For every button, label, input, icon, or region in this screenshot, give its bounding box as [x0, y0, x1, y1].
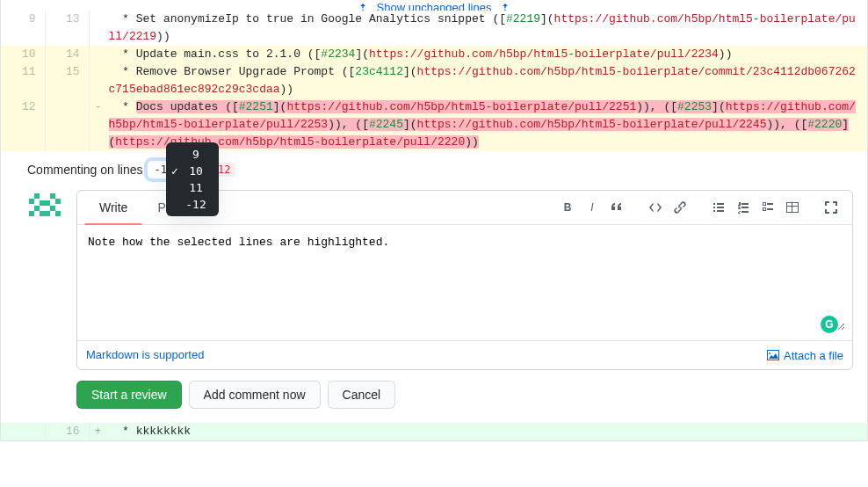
show-lines-label: Show unchanged lines: [377, 1, 492, 11]
old-line-number[interactable]: 12: [1, 98, 45, 151]
unfold-icon: [358, 4, 368, 11]
new-line-number[interactable]: 15: [45, 63, 89, 98]
italic-icon[interactable]: I: [582, 197, 603, 218]
show-unchanged-lines-button[interactable]: Show unchanged lines: [1, 0, 867, 11]
commenting-on-row: Commenting on lines -12 to -12 91011-12: [27, 160, 235, 179]
new-line-number[interactable]: 16: [45, 423, 89, 440]
diff-row: 1115 * Remove Browser Upgrade Prompt ([2…: [1, 63, 867, 98]
grammarly-icon[interactable]: G: [821, 316, 838, 333]
start-review-button[interactable]: Start a review: [76, 381, 182, 409]
code-line[interactable]: * Update main.css to 2.1.0 ([#2234](http…: [89, 46, 867, 63]
old-line-number[interactable]: 10: [1, 46, 45, 63]
action-buttons: Start a review Add comment now Cancel: [76, 381, 853, 409]
new-line-number[interactable]: [45, 98, 89, 151]
add-comment-button[interactable]: Add comment now: [189, 381, 321, 409]
list-ul-icon[interactable]: [708, 197, 729, 218]
old-line-number[interactable]: [1, 423, 45, 440]
cancel-button[interactable]: Cancel: [328, 381, 396, 409]
line-option[interactable]: 9: [166, 146, 219, 163]
image-icon: [766, 348, 780, 362]
tasklist-icon[interactable]: [757, 197, 778, 218]
svg-rect-0: [27, 190, 62, 225]
comment-textarea[interactable]: [84, 232, 845, 331]
markdown-supported-link[interactable]: Markdown is supported: [86, 348, 204, 362]
bold-icon[interactable]: B: [557, 197, 578, 218]
diff-table: 913 * Set anonymizeIp to true in Google …: [1, 11, 867, 151]
new-line-number[interactable]: 14: [45, 46, 89, 63]
commenting-prefix: Commenting on lines: [27, 163, 143, 177]
line-option[interactable]: 11: [166, 179, 219, 196]
old-line-number[interactable]: 9: [1, 11, 45, 46]
avatar: [27, 190, 62, 225]
code-line[interactable]: * kkkkkkkk: [89, 423, 867, 440]
code-icon[interactable]: [645, 197, 666, 218]
svg-rect-1: [34, 193, 40, 199]
old-line-number[interactable]: 11: [1, 63, 45, 98]
svg-rect-6: [34, 206, 40, 211]
unfold-icon: [500, 4, 510, 11]
line-option[interactable]: -12: [166, 196, 219, 213]
code-line[interactable]: * Set anonymizeIp to true in Google Anal…: [89, 11, 867, 46]
svg-rect-4: [55, 199, 61, 204]
line-option[interactable]: 10: [166, 163, 219, 179]
comment-box: Write Preview B I: [76, 190, 853, 370]
tab-write[interactable]: Write: [84, 191, 142, 225]
diff-row: 16 * kkkkkkkk: [1, 423, 867, 440]
svg-rect-3: [29, 199, 34, 204]
identicon-icon: [27, 190, 62, 225]
table-icon[interactable]: [782, 197, 803, 218]
link-icon[interactable]: [669, 197, 691, 218]
svg-rect-7: [50, 206, 55, 211]
diff-container: Show unchanged lines 913 * Set anonymize…: [0, 0, 868, 441]
diff-table-after: 16 * kkkkkkkk: [1, 423, 867, 440]
line-dropdown[interactable]: 91011-12: [166, 142, 219, 216]
svg-rect-5: [40, 200, 50, 206]
comment-form: Commenting on lines -12 to -12 91011-12: [1, 151, 867, 423]
list-ol-icon[interactable]: [733, 197, 754, 218]
fullscreen-icon[interactable]: [821, 197, 842, 218]
svg-rect-10: [55, 211, 61, 216]
svg-rect-9: [29, 211, 34, 216]
code-line[interactable]: * Remove Browser Upgrade Prompt ([23c411…: [89, 63, 867, 98]
new-line-number[interactable]: 13: [45, 11, 89, 46]
svg-rect-2: [50, 193, 55, 199]
quote-icon[interactable]: [606, 197, 627, 218]
attach-file-link[interactable]: Attach a file: [766, 348, 843, 362]
diff-row: 913 * Set anonymizeIp to true in Google …: [1, 11, 867, 46]
svg-rect-8: [40, 211, 50, 216]
diff-row: 1014 * Update main.css to 2.1.0 ([#2234]…: [1, 46, 867, 63]
diff-row: 12 * Docs updates ([#2251](https://githu…: [1, 98, 867, 151]
markdown-toolbar: B I: [543, 197, 845, 218]
